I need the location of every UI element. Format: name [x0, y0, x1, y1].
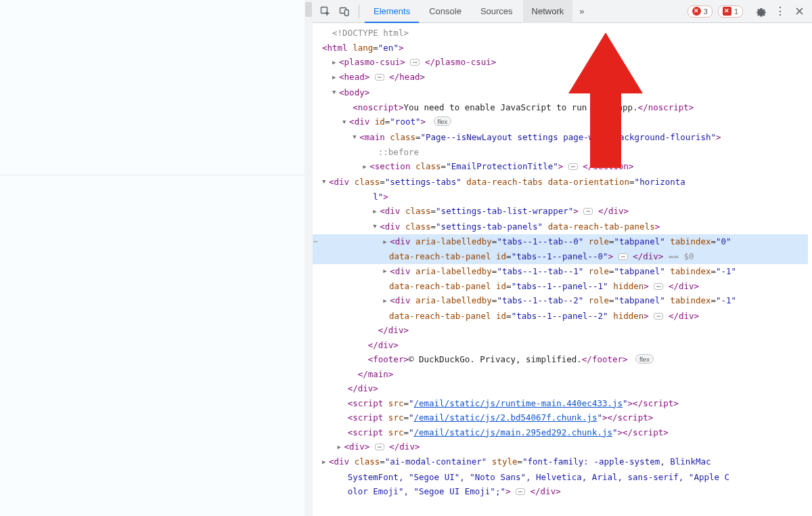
error-circle-icon: ✕ [692, 7, 701, 16]
dom-tab-list-wrapper[interactable]: ▶<div class="settings-tab-list-wrapper">… [313, 204, 808, 219]
dom-before[interactable]: ::before [313, 145, 808, 160]
dom-close-tabs[interactable]: </div> [313, 338, 808, 353]
gutter-dots-icon: ⋯ [313, 234, 319, 249]
dom-tab-panels[interactable]: ▼<div class="settings-tab-panels" data-r… [313, 219, 808, 234]
dom-noscript[interactable]: <noscript>You need to enable JavaScript … [313, 100, 808, 115]
devtools-panel: Elements Console Sources Network » ✕ 3 ✕… [313, 0, 812, 516]
dom-main[interactable]: ▼<main class="Page--isNewLayout settings… [313, 130, 808, 145]
dom-section[interactable]: ▶<section class="EmailProtectionTitle"> … [313, 159, 808, 174]
svg-rect-2 [345, 9, 349, 16]
tab-network[interactable]: Network [523, 0, 573, 23]
dom-panel-1[interactable]: ▶<div aria-labelledby="tabs--1--tab--1" … [313, 264, 808, 279]
dom-close-root[interactable]: </div> [313, 381, 808, 396]
dom-doctype[interactable]: <!DOCTYPE html> [313, 26, 808, 41]
elements-dom-tree[interactable]: <!DOCTYPE html> <html lang="en"> ▶<plasm… [313, 23, 812, 516]
devtools-toolbar: Elements Console Sources Network » ✕ 3 ✕… [313, 0, 812, 23]
dom-footer[interactable]: <footer>© DuckDuckGo. Privacy, simplifie… [313, 352, 808, 367]
close-devtools-icon[interactable] [790, 3, 808, 20]
issue-count-badge[interactable]: ✕ 1 [718, 5, 743, 18]
dom-body-open[interactable]: ▼<body> [313, 85, 808, 100]
error-count-badge[interactable]: ✕ 3 [687, 5, 713, 18]
dom-panel-0-line2[interactable]: data-reach-tab-panel id="tabs--1--panel-… [313, 249, 808, 264]
content-divider [0, 175, 304, 175]
dom-stray-div[interactable]: ▶<div> ⋯ </div> [313, 439, 808, 454]
dom-script-2[interactable]: <script src="/email/static/js/main.295ed… [313, 425, 808, 440]
error-square-count: 1 [734, 7, 738, 16]
tab-console[interactable]: Console [420, 0, 470, 23]
tab-elements[interactable]: Elements [365, 0, 419, 23]
dom-settings-tabs[interactable]: ▼<div class="settings-tabs" data-reach-t… [313, 175, 808, 205]
page-content-pane [0, 0, 313, 516]
error-circle-count: 3 [704, 7, 708, 16]
dom-panel-2[interactable]: ▶<div aria-labelledby="tabs--1--tab--2" … [313, 293, 808, 308]
more-tabs-button[interactable]: » [574, 0, 589, 23]
dom-panel-0-selected[interactable]: ⋯ ▶<div aria-labelledby="tabs--1--tab--0… [313, 234, 808, 249]
dom-panel-1-line2[interactable]: data-reach-tab-panel id="tabs--1--panel-… [313, 279, 808, 294]
error-square-icon: ✕ [723, 7, 731, 16]
toolbar-separator [359, 5, 359, 18]
device-toolbar-icon[interactable] [336, 3, 353, 20]
dom-html-open[interactable]: <html lang="en"> [313, 41, 808, 56]
dom-ai-modal[interactable]: ▶<div class="ai-modal-container" style="… [313, 454, 808, 498]
dom-close-panels[interactable]: </div> [313, 323, 808, 338]
dom-script-0[interactable]: <script src="/email/static/js/runtime-ma… [313, 396, 808, 411]
scrollbar-thumb[interactable] [305, 2, 312, 17]
dom-plasmo[interactable]: ▶<plasmo-csui> ⋯ </plasmo-csui> [313, 55, 808, 70]
dom-script-1[interactable]: <script src="/email/static/js/2.bd54067f… [313, 410, 808, 425]
kebab-menu-icon[interactable]: ⋮ [771, 3, 789, 20]
dom-root-div[interactable]: ▼<div id="root"> flex [313, 114, 808, 129]
dom-close-main[interactable]: </main> [313, 367, 808, 382]
inspect-element-icon[interactable] [317, 3, 334, 20]
tab-sources[interactable]: Sources [472, 0, 522, 23]
dom-head[interactable]: ▶<head> ⋯ </head> [313, 70, 808, 85]
dom-panel-2-line2[interactable]: data-reach-tab-panel id="tabs--1--panel-… [313, 309, 808, 324]
settings-gear-icon[interactable] [752, 3, 770, 20]
